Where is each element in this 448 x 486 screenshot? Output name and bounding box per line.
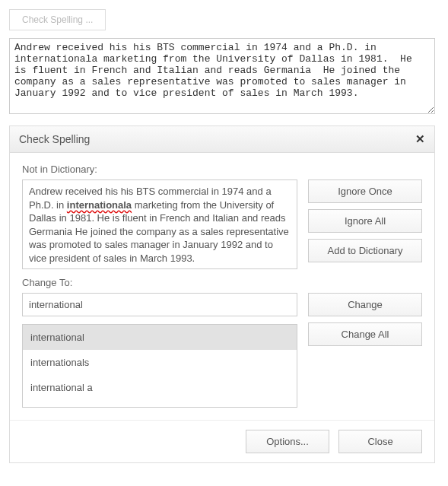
close-button[interactable]: Close xyxy=(338,430,422,453)
suggestion-item[interactable]: international a xyxy=(23,375,297,400)
dialog-footer: Options... Close xyxy=(10,420,434,462)
suggestion-item[interactable]: international xyxy=(23,325,297,350)
add-to-dictionary-button[interactable]: Add to Dictionary xyxy=(308,239,422,262)
suggestion-item[interactable]: internationals xyxy=(23,350,297,375)
ignore-once-button[interactable]: Ignore Once xyxy=(308,179,422,203)
suggestions-list[interactable]: international internationals internation… xyxy=(22,324,297,408)
dialog-titlebar: Check Spelling ✕ xyxy=(10,126,434,153)
check-spelling-dialog: Check Spelling ✕ Not in Dictionary: Andr… xyxy=(9,125,435,463)
options-button[interactable]: Options... xyxy=(246,430,329,453)
misspelled-word: internationala xyxy=(67,199,132,211)
change-to-input[interactable] xyxy=(22,293,297,316)
not-in-dictionary-label: Not in Dictionary: xyxy=(22,164,422,175)
change-all-button[interactable]: Change All xyxy=(308,322,422,346)
close-icon[interactable]: ✕ xyxy=(415,132,425,146)
change-to-label: Change To: xyxy=(22,277,422,288)
context-text-box[interactable]: Andrew received his his BTS commercial i… xyxy=(22,179,297,269)
check-spelling-button[interactable]: Check Spelling ... xyxy=(9,9,106,30)
dialog-body: Not in Dictionary: Andrew received his h… xyxy=(10,153,434,420)
dialog-title: Check Spelling xyxy=(19,133,90,145)
change-button[interactable]: Change xyxy=(308,293,422,316)
ignore-all-button[interactable]: Ignore All xyxy=(308,209,422,233)
main-text-input[interactable] xyxy=(9,38,435,114)
